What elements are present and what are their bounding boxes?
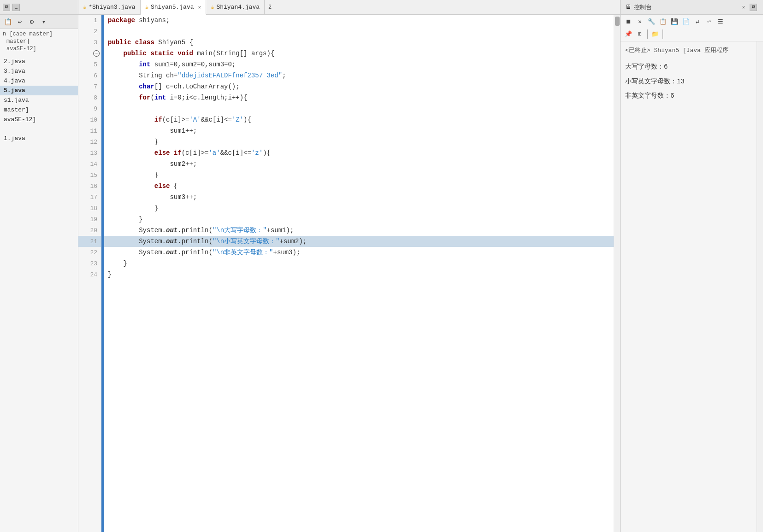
console-panel-inner: <已终止> Shiyan5 [Java 应用程序 大写字母数：6 小写英文字母数… (621, 41, 763, 532)
code-line-3: public class Shiyan5 { (104, 37, 614, 48)
sidebar-btn-copy[interactable]: 📋 (3, 17, 13, 27)
code-line-13: else if(c[i]>='a'&&c[i]<='z'){ (104, 147, 614, 158)
console-btn-stop[interactable]: ⏹ (623, 17, 633, 27)
code-line-10: if(c[i]>='A'&&c[i]<='Z'){ (104, 114, 614, 125)
sidebar-toolbar: 📋 ↩ ⚙ ▾ (0, 15, 78, 29)
window-restore-btn[interactable]: ⧉ (3, 4, 10, 11)
line-num-8: 8 (78, 92, 101, 103)
console-panel: ⏹ ✕ 🔧 📋 💾 📄 ⇄ ↩ ☰ 📌 ⊞ 📁 (620, 15, 763, 532)
scroll-thumb[interactable] (615, 17, 620, 26)
tab-label-shiyan5: Shiyan5.java (151, 4, 194, 11)
main-area: 📋 ↩ ⚙ ▾ n [caoe master] master] avaSE-12… (0, 15, 763, 532)
code-line-4: public static void main(String[] args){ (104, 48, 614, 59)
tab-bar: ⧉ _ ☕ *Shiyan3.java ☕ Shiyan5.java ✕ ☕ S… (0, 0, 763, 15)
window-min-btn[interactable]: _ (12, 4, 20, 11)
code-line-11: sum1++; (104, 125, 614, 136)
tab-label-shiyan4: Shiyan4.java (216, 4, 260, 11)
code-line-5: int sum1=0,sum2=0,sum3=0; (104, 59, 614, 70)
line-num-22: 22 (78, 247, 101, 258)
code-line-7: char[] c=ch.toCharArray(); (104, 81, 614, 92)
console-output-line-2: 小写英文字母数：13 (625, 76, 752, 88)
tab-icon-shiyan5: ☕ (145, 4, 148, 11)
code-line-18: } (104, 203, 614, 214)
tab-shiyan4[interactable]: ☕ Shiyan4.java (206, 0, 265, 14)
sidebar-item-5java[interactable]: 5.java (0, 86, 78, 95)
console-restore-btn[interactable]: ⧉ (750, 4, 757, 11)
line-num-5: 5 (78, 59, 101, 70)
console-toolbar: ⏹ ✕ 🔧 📋 💾 📄 ⇄ ↩ ☰ 📌 ⊞ 📁 (621, 15, 763, 41)
tab-overflow-count[interactable]: 2 (265, 0, 275, 14)
console-content: <已终止> Shiyan5 [Java 应用程序 大写字母数：6 小写英文字母数… (621, 41, 757, 532)
tab-icon-shiyan4: ☕ (211, 4, 214, 11)
sidebar-btn-dropdown[interactable]: ▾ (39, 17, 49, 27)
line-num-15: 15 (78, 170, 101, 181)
console-btn-save[interactable]: 💾 (669, 17, 680, 27)
console-tab-label[interactable]: 控制台 (634, 3, 652, 12)
console-btn-close[interactable]: ✕ (635, 17, 645, 27)
line-num-4: 4 − (78, 48, 101, 59)
line-num-24: 24 (78, 269, 101, 280)
code-line-12: } (104, 136, 614, 147)
sidebar-btn-undo[interactable]: ↩ (15, 17, 25, 27)
line-num-13: 13 (78, 147, 101, 158)
line-num-23: 23 (78, 258, 101, 269)
line-num-11: 11 (78, 125, 101, 136)
main-container: ⧉ _ ☕ *Shiyan3.java ☕ Shiyan5.java ✕ ☕ S… (0, 0, 763, 532)
console-btn-copy[interactable]: 📋 (658, 17, 668, 27)
console-btn-menu[interactable]: ☰ (716, 17, 726, 27)
line-numbers: 1 2 3 4 − 5 6 7 8 9 10 11 12 13 14 (78, 15, 101, 532)
code-line-17: sum3++; (104, 192, 614, 203)
console-output-line-3: 非英文字母数：6 (625, 90, 752, 102)
console-btn-layout1[interactable]: ⊞ (635, 29, 645, 39)
tab-close-shiyan5[interactable]: ✕ (198, 4, 201, 10)
line-num-21: 21 (78, 236, 101, 247)
console-btn-return[interactable]: ↩ (704, 17, 714, 27)
line-num-3: 3 (78, 37, 101, 48)
line-num-18: 18 (78, 203, 101, 214)
code-line-15: } (104, 170, 614, 181)
line-num-14: 14 (78, 158, 101, 170)
console-btn-pin[interactable]: 📌 (623, 29, 633, 39)
code-line-2 (104, 26, 614, 37)
code-editor[interactable]: 1 2 3 4 − 5 6 7 8 9 10 11 12 13 14 (78, 15, 620, 532)
scroll-indicator[interactable] (614, 15, 620, 532)
tab-label-shiyan3: *Shiyan3.java (89, 4, 135, 11)
sidebar-item-s1java[interactable]: s1.java (0, 95, 78, 105)
console-btn-new[interactable]: 📄 (681, 17, 691, 27)
line-num-6: 6 (78, 70, 101, 81)
tab-icon-shiyan3: ☕ (83, 4, 86, 11)
sidebar-item-3java[interactable]: 3.java (0, 66, 78, 76)
line-num-10: 10 (78, 114, 101, 125)
sidebar-java-label: avaSE-12] (3, 46, 75, 52)
console-btn-folder[interactable]: 📁 (650, 29, 660, 39)
console-tab-close[interactable]: ✕ (742, 4, 745, 10)
sidebar-item-4java[interactable]: 4.java (0, 76, 78, 86)
code-line-22: System.out.println("\n非英文字母数："+sum3); (104, 247, 614, 258)
line-num-7: 7 (78, 81, 101, 92)
line-num-19: 19 (78, 214, 101, 225)
line-num-16: 16 (78, 181, 101, 192)
line-num-20: 20 (78, 225, 101, 236)
sidebar-btn-settings[interactable]: ⚙ (27, 17, 37, 27)
sidebar-item-1java[interactable]: 1.java (0, 134, 78, 143)
line-num-17: 17 (78, 192, 101, 203)
code-content[interactable]: package shiyans; public class Shiyan5 { … (104, 15, 614, 532)
editor-area: 1 2 3 4 − 5 6 7 8 9 10 11 12 13 14 (78, 15, 620, 532)
sidebar-item-master[interactable]: master] (0, 105, 78, 115)
sidebar-project-label: n [caoe master] (3, 31, 75, 37)
tab-shiyan5[interactable]: ☕ Shiyan5.java ✕ (141, 0, 206, 15)
code-line-19: } (104, 214, 614, 225)
code-line-1: package shiyans; (104, 15, 614, 26)
code-line-6: String ch="ddejidsEFALDFfnef2357 3ed"; (104, 70, 614, 81)
console-scrollbar[interactable] (757, 41, 763, 532)
console-btn-swap[interactable]: ⇄ (692, 17, 703, 27)
code-line-9 (104, 103, 614, 114)
console-btn-debug[interactable]: 🔧 (646, 17, 657, 27)
console-output-line-1: 大写字母数：6 (625, 61, 752, 73)
sidebar-items: 2.java 3.java 4.java 5.java s1.java mast… (0, 55, 78, 145)
sidebar-branch-label: master] (3, 38, 75, 45)
line-num-1: 1 (78, 15, 101, 26)
tab-shiyan3[interactable]: ☕ *Shiyan3.java (78, 0, 141, 14)
sidebar-item-javase[interactable]: avaSE-12] (0, 115, 78, 124)
sidebar-item-2java[interactable]: 2.java (0, 57, 78, 66)
